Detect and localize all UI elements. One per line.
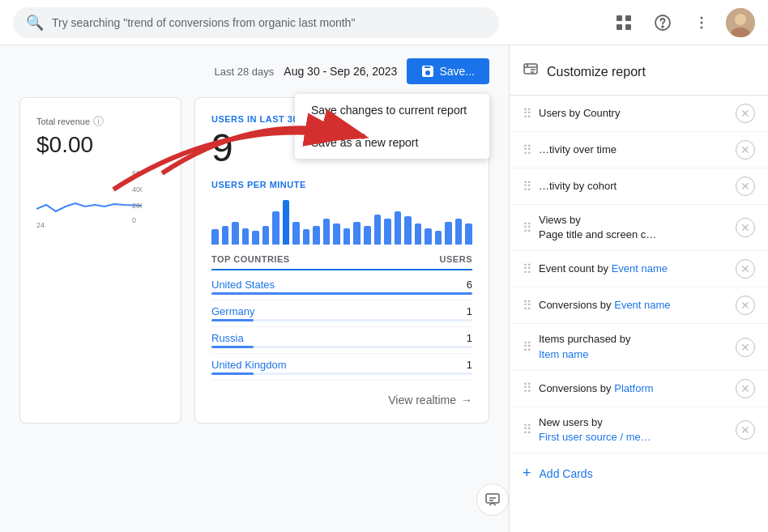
- panel-item: ⠿ …tivity by cohort ✕: [510, 168, 768, 205]
- remove-item-button[interactable]: ✕: [736, 218, 755, 237]
- bar-9: [303, 229, 310, 244]
- total-revenue-label: Total revenue ⓘ: [36, 114, 164, 129]
- panel-item: ⠿ Users by Country ✕: [510, 96, 768, 132]
- bar-19: [404, 216, 412, 245]
- panel-title: Customize report: [547, 65, 646, 79]
- bar-chart: [211, 196, 472, 245]
- svg-text:600: 600: [132, 169, 142, 177]
- panel-item: ⠿ Event count by Event name ✕: [510, 251, 768, 287]
- search-icon: 🔍: [26, 14, 44, 32]
- panel-item-text: Conversions by Platform: [539, 381, 729, 396]
- date-range: Aug 30 - Sep 26, 2023: [284, 65, 397, 78]
- drag-handle-icon[interactable]: ⠿: [523, 422, 532, 437]
- total-revenue-card: Total revenue ⓘ $0.00 600 400 200 0 24: [19, 97, 181, 423]
- svg-text:400: 400: [132, 185, 142, 194]
- avatar[interactable]: [726, 8, 755, 37]
- remove-item-button[interactable]: ✕: [736, 420, 755, 440]
- more-options-icon-btn[interactable]: [687, 8, 716, 37]
- main-layout: Last 28 days Aug 30 - Sep 26, 2023 Save.…: [0, 45, 768, 532]
- svg-rect-3: [625, 24, 631, 30]
- grid-icon-btn[interactable]: [609, 8, 638, 37]
- drag-handle-icon[interactable]: ⠿: [523, 262, 532, 277]
- svg-point-6: [701, 16, 703, 19]
- drag-handle-icon[interactable]: ⠿: [523, 220, 532, 236]
- panel-item-text: Users by Country: [539, 106, 729, 121]
- panel-item-text: …tivity by cohort: [539, 179, 729, 194]
- country-bar-wrap: [211, 292, 472, 295]
- svg-point-10: [735, 14, 746, 25]
- country-name[interactable]: United States: [211, 279, 275, 291]
- bar-2: [232, 222, 239, 245]
- bar-6: [272, 211, 279, 245]
- country-bar-fill: [211, 292, 472, 295]
- bar-21: [425, 228, 432, 245]
- bar-23: [445, 222, 452, 245]
- save-new-report-item[interactable]: Save as a new report: [295, 126, 489, 159]
- save-current-report-item[interactable]: Save changes to current report: [295, 94, 489, 126]
- panel-item-text: Event count by Event name: [539, 262, 729, 276]
- drag-handle-icon[interactable]: ⠿: [523, 381, 532, 396]
- panel-item-text: Items purchased byItem name: [539, 332, 729, 361]
- remove-item-button[interactable]: ✕: [736, 338, 755, 357]
- search-bar[interactable]: 🔍 Try searching "trend of conversions fr…: [13, 7, 499, 38]
- add-cards-label: Add Cards: [540, 467, 593, 480]
- remove-item-button[interactable]: ✕: [736, 296, 755, 315]
- country-row: United States 6: [211, 274, 472, 300]
- remove-item-button[interactable]: ✕: [736, 259, 755, 279]
- svg-text:24: 24: [36, 221, 45, 229]
- top-bar: 🔍 Try searching "trend of conversions fr…: [0, 0, 768, 45]
- panel-item-text: …tivity over time: [539, 143, 729, 157]
- drag-handle-icon[interactable]: ⠿: [523, 143, 532, 158]
- country-name[interactable]: Germany: [211, 305, 254, 317]
- customize-icon: [523, 62, 539, 82]
- svg-rect-1: [625, 15, 631, 21]
- arrow-right-icon: →: [461, 394, 472, 406]
- bar-13: [343, 228, 351, 245]
- drag-handle-icon[interactable]: ⠿: [523, 339, 532, 355]
- bar-18: [395, 211, 402, 245]
- save-dropdown-menu: Save changes to current report Save as a…: [295, 94, 489, 159]
- remove-item-button[interactable]: ✕: [736, 379, 755, 398]
- bar-11: [323, 219, 331, 245]
- svg-point-8: [701, 26, 703, 28]
- country-count: 1: [467, 359, 472, 371]
- panel-item: ⠿ …tivity over time ✕: [510, 132, 768, 168]
- users-col: USERS: [440, 254, 472, 264]
- save-button[interactable]: Save...: [407, 58, 489, 84]
- country-bar-wrap: [211, 319, 472, 321]
- help-icon: ⓘ: [93, 114, 104, 129]
- drag-handle-icon[interactable]: ⠿: [523, 179, 532, 194]
- svg-rect-2: [617, 24, 622, 30]
- feedback-button[interactable]: [476, 483, 509, 516]
- panel-header: Customize report: [510, 45, 768, 96]
- country-bar-wrap: [211, 346, 472, 348]
- remove-item-button[interactable]: ✕: [736, 177, 755, 196]
- country-bar-fill: [211, 346, 254, 348]
- revenue-chart: 600 400 200 0 24: [36, 164, 142, 229]
- bar-10: [313, 226, 320, 245]
- drag-handle-icon[interactable]: ⠿: [523, 106, 532, 121]
- add-cards-button[interactable]: + Add Cards: [510, 453, 768, 493]
- bar-14: [353, 222, 361, 245]
- total-revenue-value: $0.00: [36, 132, 164, 158]
- users-per-min-label: USERS PER MINUTE: [211, 180, 472, 189]
- drag-handle-icon[interactable]: ⠿: [523, 298, 532, 313]
- bar-22: [435, 231, 442, 245]
- country-bar-fill: [211, 372, 254, 375]
- bar-1: [222, 226, 229, 245]
- remove-item-button[interactable]: ✕: [736, 104, 755, 123]
- add-icon: +: [523, 465, 531, 482]
- country-name[interactable]: United Kingdom: [211, 359, 287, 371]
- bar-20: [415, 223, 422, 245]
- top-countries-col: TOP COUNTRIES: [211, 254, 290, 264]
- date-label: Last 28 days: [215, 66, 275, 78]
- country-row: Germany 1: [211, 300, 472, 327]
- bar-5: [262, 226, 270, 245]
- view-realtime-link[interactable]: View realtime →: [211, 394, 472, 406]
- table-header: TOP COUNTRIES USERS: [211, 254, 472, 270]
- country-name[interactable]: Russia: [211, 332, 244, 344]
- country-row: Russia 1: [211, 327, 472, 354]
- bar-4: [252, 231, 259, 245]
- help-icon-btn[interactable]: [648, 8, 677, 37]
- remove-item-button[interactable]: ✕: [736, 140, 755, 160]
